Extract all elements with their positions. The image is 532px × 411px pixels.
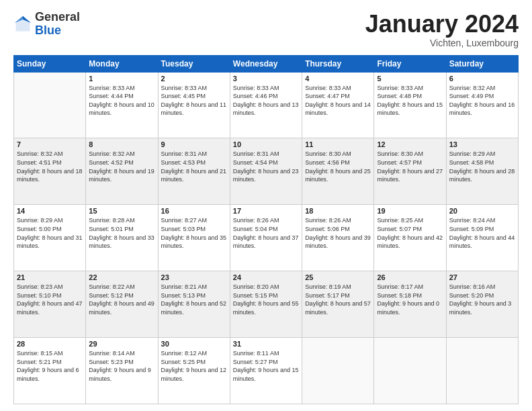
day-number: 14 [17, 207, 83, 215]
table-row: 16Sunrise: 8:27 AMSunset: 5:03 PMDayligh… [158, 205, 230, 271]
table-row: 19Sunrise: 8:25 AMSunset: 5:07 PMDayligh… [374, 205, 446, 271]
table-row: 8Sunrise: 8:32 AMSunset: 4:52 PMDaylight… [86, 138, 158, 205]
col-monday: Monday [86, 55, 158, 72]
day-number: 28 [17, 340, 83, 348]
col-wednesday: Wednesday [230, 55, 302, 72]
day-number: 25 [305, 273, 371, 281]
day-number: 31 [233, 340, 299, 348]
table-row: 1Sunrise: 8:33 AMSunset: 4:44 PMDaylight… [86, 72, 158, 138]
day-info: Sunrise: 8:26 AMSunset: 5:06 PMDaylight:… [305, 216, 371, 250]
table-row: 15Sunrise: 8:28 AMSunset: 5:01 PMDayligh… [86, 205, 158, 271]
day-info: Sunrise: 8:14 AMSunset: 5:23 PMDaylight:… [89, 349, 154, 383]
table-row: 22Sunrise: 8:22 AMSunset: 5:12 PMDayligh… [86, 271, 158, 338]
table-row: 6Sunrise: 8:32 AMSunset: 4:49 PMDaylight… [446, 72, 518, 138]
day-number: 11 [305, 140, 371, 148]
table-row: 21Sunrise: 8:23 AMSunset: 5:10 PMDayligh… [14, 271, 86, 338]
month-title: January 2024 [365, 11, 519, 38]
title-block: January 2024 Vichten, Luxembourg [365, 11, 519, 48]
day-number: 13 [449, 140, 515, 148]
table-row: 25Sunrise: 8:19 AMSunset: 5:17 PMDayligh… [302, 271, 374, 338]
day-number: 15 [89, 207, 154, 215]
table-row [374, 338, 446, 404]
table-row: 13Sunrise: 8:29 AMSunset: 4:58 PMDayligh… [446, 138, 518, 205]
day-info: Sunrise: 8:22 AMSunset: 5:12 PMDaylight:… [89, 283, 154, 316]
day-number: 22 [89, 273, 154, 281]
day-info: Sunrise: 8:20 AMSunset: 5:15 PMDaylight:… [233, 283, 299, 316]
table-row: 12Sunrise: 8:30 AMSunset: 4:57 PMDayligh… [374, 138, 446, 205]
logo-general-text: General [35, 10, 80, 24]
table-row: 10Sunrise: 8:31 AMSunset: 4:54 PMDayligh… [230, 138, 302, 205]
table-row: 27Sunrise: 8:16 AMSunset: 5:20 PMDayligh… [446, 271, 518, 338]
day-number: 17 [233, 207, 299, 215]
day-info: Sunrise: 8:17 AMSunset: 5:18 PMDaylight:… [377, 283, 443, 316]
table-row: 24Sunrise: 8:20 AMSunset: 5:15 PMDayligh… [230, 271, 302, 338]
day-number: 16 [161, 207, 227, 215]
location-subtitle: Vichten, Luxembourg [365, 38, 519, 48]
day-number: 24 [233, 273, 299, 281]
table-row: 9Sunrise: 8:31 AMSunset: 4:53 PMDaylight… [158, 138, 230, 205]
day-number: 30 [161, 340, 227, 348]
logo-blue-text: Blue [35, 24, 61, 37]
table-row: 7Sunrise: 8:32 AMSunset: 4:51 PMDaylight… [14, 138, 86, 205]
calendar-week-row: 21Sunrise: 8:23 AMSunset: 5:10 PMDayligh… [14, 271, 519, 338]
day-info: Sunrise: 8:33 AMSunset: 4:46 PMDaylight:… [233, 84, 299, 118]
day-number: 4 [305, 75, 371, 83]
calendar-week-row: 7Sunrise: 8:32 AMSunset: 4:51 PMDaylight… [14, 138, 519, 205]
day-number: 2 [161, 75, 227, 83]
table-row [302, 338, 374, 404]
table-row: 28Sunrise: 8:15 AMSunset: 5:21 PMDayligh… [14, 338, 86, 404]
day-info: Sunrise: 8:33 AMSunset: 4:44 PMDaylight:… [89, 84, 154, 118]
calendar-week-row: 14Sunrise: 8:29 AMSunset: 5:00 PMDayligh… [14, 205, 519, 271]
calendar-week-row: 1Sunrise: 8:33 AMSunset: 4:44 PMDaylight… [14, 72, 519, 138]
day-info: Sunrise: 8:11 AMSunset: 5:27 PMDaylight:… [233, 349, 299, 383]
day-info: Sunrise: 8:19 AMSunset: 5:17 PMDaylight:… [305, 283, 371, 316]
day-number: 3 [233, 75, 299, 83]
day-info: Sunrise: 8:16 AMSunset: 5:20 PMDaylight:… [449, 283, 515, 316]
day-info: Sunrise: 8:31 AMSunset: 4:53 PMDaylight:… [161, 150, 227, 183]
table-row: 3Sunrise: 8:33 AMSunset: 4:46 PMDaylight… [230, 72, 302, 138]
table-row [14, 72, 86, 138]
day-info: Sunrise: 8:12 AMSunset: 5:25 PMDaylight:… [161, 349, 227, 383]
calendar-table: Sunday Monday Tuesday Wednesday Thursday… [13, 55, 519, 404]
day-number: 23 [161, 273, 227, 281]
logo: General Blue [13, 11, 80, 38]
table-row: 30Sunrise: 8:12 AMSunset: 5:25 PMDayligh… [158, 338, 230, 404]
table-row: 2Sunrise: 8:33 AMSunset: 4:45 PMDaylight… [158, 72, 230, 138]
table-row: 14Sunrise: 8:29 AMSunset: 5:00 PMDayligh… [14, 205, 86, 271]
day-info: Sunrise: 8:24 AMSunset: 5:09 PMDaylight:… [449, 216, 515, 250]
day-info: Sunrise: 8:26 AMSunset: 5:04 PMDaylight:… [233, 216, 299, 250]
table-row: 31Sunrise: 8:11 AMSunset: 5:27 PMDayligh… [230, 338, 302, 404]
header: General Blue January 2024 Vichten, Luxem… [13, 11, 519, 48]
day-info: Sunrise: 8:32 AMSunset: 4:49 PMDaylight:… [449, 84, 515, 118]
logo-icon [13, 15, 32, 34]
calendar-week-row: 28Sunrise: 8:15 AMSunset: 5:21 PMDayligh… [14, 338, 519, 404]
day-info: Sunrise: 8:15 AMSunset: 5:21 PMDaylight:… [17, 349, 83, 383]
day-info: Sunrise: 8:33 AMSunset: 4:45 PMDaylight:… [161, 84, 227, 118]
day-number: 20 [449, 207, 515, 215]
day-number: 8 [89, 140, 154, 148]
day-number: 27 [449, 273, 515, 281]
table-row: 5Sunrise: 8:33 AMSunset: 4:48 PMDaylight… [374, 72, 446, 138]
table-row: 4Sunrise: 8:33 AMSunset: 4:47 PMDaylight… [302, 72, 374, 138]
day-info: Sunrise: 8:32 AMSunset: 4:51 PMDaylight:… [17, 150, 83, 183]
col-tuesday: Tuesday [158, 55, 230, 72]
day-info: Sunrise: 8:33 AMSunset: 4:48 PMDaylight:… [377, 84, 443, 118]
table-row: 18Sunrise: 8:26 AMSunset: 5:06 PMDayligh… [302, 205, 374, 271]
day-number: 10 [233, 140, 299, 148]
table-row: 23Sunrise: 8:21 AMSunset: 5:13 PMDayligh… [158, 271, 230, 338]
day-info: Sunrise: 8:33 AMSunset: 4:47 PMDaylight:… [305, 84, 371, 118]
day-info: Sunrise: 8:30 AMSunset: 4:57 PMDaylight:… [377, 150, 443, 183]
col-saturday: Saturday [446, 55, 518, 72]
day-number: 19 [377, 207, 443, 215]
day-info: Sunrise: 8:25 AMSunset: 5:07 PMDaylight:… [377, 216, 443, 250]
day-info: Sunrise: 8:27 AMSunset: 5:03 PMDaylight:… [161, 216, 227, 250]
table-row: 20Sunrise: 8:24 AMSunset: 5:09 PMDayligh… [446, 205, 518, 271]
page: General Blue January 2024 Vichten, Luxem… [0, 0, 532, 411]
day-info: Sunrise: 8:28 AMSunset: 5:01 PMDaylight:… [89, 216, 154, 250]
table-row: 17Sunrise: 8:26 AMSunset: 5:04 PMDayligh… [230, 205, 302, 271]
day-number: 6 [449, 75, 515, 83]
col-friday: Friday [374, 55, 446, 72]
day-number: 1 [89, 75, 154, 83]
day-number: 12 [377, 140, 443, 148]
table-row: 26Sunrise: 8:17 AMSunset: 5:18 PMDayligh… [374, 271, 446, 338]
